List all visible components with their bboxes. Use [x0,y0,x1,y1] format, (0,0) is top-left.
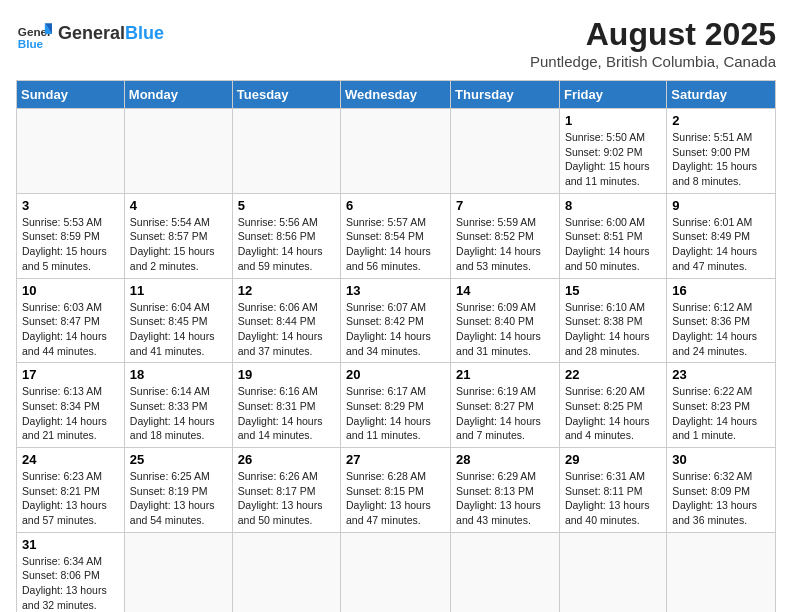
day-number: 22 [565,367,661,382]
day-number: 29 [565,452,661,467]
day-cell [232,109,340,194]
day-cell: 26Sunrise: 6:26 AM Sunset: 8:17 PM Dayli… [232,448,340,533]
day-number: 31 [22,537,119,552]
week-row-0: 1Sunrise: 5:50 AM Sunset: 9:02 PM Daylig… [17,109,776,194]
day-info: Sunrise: 5:53 AM Sunset: 8:59 PM Dayligh… [22,215,119,274]
day-info: Sunrise: 6:23 AM Sunset: 8:21 PM Dayligh… [22,469,119,528]
day-info: Sunrise: 6:00 AM Sunset: 8:51 PM Dayligh… [565,215,661,274]
day-number: 20 [346,367,445,382]
week-row-3: 17Sunrise: 6:13 AM Sunset: 8:34 PM Dayli… [17,363,776,448]
day-cell: 21Sunrise: 6:19 AM Sunset: 8:27 PM Dayli… [451,363,560,448]
day-info: Sunrise: 6:22 AM Sunset: 8:23 PM Dayligh… [672,384,770,443]
col-header-wednesday: Wednesday [341,81,451,109]
day-number: 25 [130,452,227,467]
calendar-body: 1Sunrise: 5:50 AM Sunset: 9:02 PM Daylig… [17,109,776,613]
day-cell: 30Sunrise: 6:32 AM Sunset: 8:09 PM Dayli… [667,448,776,533]
day-number: 6 [346,198,445,213]
day-cell: 13Sunrise: 6:07 AM Sunset: 8:42 PM Dayli… [341,278,451,363]
day-cell: 17Sunrise: 6:13 AM Sunset: 8:34 PM Dayli… [17,363,125,448]
day-cell: 28Sunrise: 6:29 AM Sunset: 8:13 PM Dayli… [451,448,560,533]
day-cell: 4Sunrise: 5:54 AM Sunset: 8:57 PM Daylig… [124,193,232,278]
week-row-1: 3Sunrise: 5:53 AM Sunset: 8:59 PM Daylig… [17,193,776,278]
logo-blue: Blue [125,23,164,43]
day-cell: 7Sunrise: 5:59 AM Sunset: 8:52 PM Daylig… [451,193,560,278]
day-cell: 1Sunrise: 5:50 AM Sunset: 9:02 PM Daylig… [559,109,666,194]
day-number: 23 [672,367,770,382]
day-number: 15 [565,283,661,298]
day-cell: 2Sunrise: 5:51 AM Sunset: 9:00 PM Daylig… [667,109,776,194]
day-cell: 16Sunrise: 6:12 AM Sunset: 8:36 PM Dayli… [667,278,776,363]
week-row-2: 10Sunrise: 6:03 AM Sunset: 8:47 PM Dayli… [17,278,776,363]
day-number: 16 [672,283,770,298]
day-info: Sunrise: 6:16 AM Sunset: 8:31 PM Dayligh… [238,384,335,443]
day-cell: 20Sunrise: 6:17 AM Sunset: 8:29 PM Dayli… [341,363,451,448]
day-cell: 15Sunrise: 6:10 AM Sunset: 8:38 PM Dayli… [559,278,666,363]
day-cell: 27Sunrise: 6:28 AM Sunset: 8:15 PM Dayli… [341,448,451,533]
day-info: Sunrise: 6:10 AM Sunset: 8:38 PM Dayligh… [565,300,661,359]
day-cell: 11Sunrise: 6:04 AM Sunset: 8:45 PM Dayli… [124,278,232,363]
logo: General Blue GeneralBlue [16,16,164,52]
day-number: 28 [456,452,554,467]
day-number: 14 [456,283,554,298]
day-cell [341,109,451,194]
day-cell [232,532,340,612]
day-cell: 6Sunrise: 5:57 AM Sunset: 8:54 PM Daylig… [341,193,451,278]
day-number: 24 [22,452,119,467]
day-cell: 23Sunrise: 6:22 AM Sunset: 8:23 PM Dayli… [667,363,776,448]
day-info: Sunrise: 5:56 AM Sunset: 8:56 PM Dayligh… [238,215,335,274]
day-info: Sunrise: 6:29 AM Sunset: 8:13 PM Dayligh… [456,469,554,528]
day-cell: 3Sunrise: 5:53 AM Sunset: 8:59 PM Daylig… [17,193,125,278]
day-info: Sunrise: 6:26 AM Sunset: 8:17 PM Dayligh… [238,469,335,528]
day-number: 11 [130,283,227,298]
day-number: 21 [456,367,554,382]
day-cell [124,532,232,612]
day-number: 7 [456,198,554,213]
day-cell: 12Sunrise: 6:06 AM Sunset: 8:44 PM Dayli… [232,278,340,363]
header-row: SundayMondayTuesdayWednesdayThursdayFrid… [17,81,776,109]
day-number: 12 [238,283,335,298]
day-info: Sunrise: 6:07 AM Sunset: 8:42 PM Dayligh… [346,300,445,359]
day-cell: 22Sunrise: 6:20 AM Sunset: 8:25 PM Dayli… [559,363,666,448]
day-number: 8 [565,198,661,213]
col-header-tuesday: Tuesday [232,81,340,109]
day-cell: 14Sunrise: 6:09 AM Sunset: 8:40 PM Dayli… [451,278,560,363]
day-cell: 10Sunrise: 6:03 AM Sunset: 8:47 PM Dayli… [17,278,125,363]
day-cell: 25Sunrise: 6:25 AM Sunset: 8:19 PM Dayli… [124,448,232,533]
day-info: Sunrise: 6:17 AM Sunset: 8:29 PM Dayligh… [346,384,445,443]
day-cell [559,532,666,612]
week-row-4: 24Sunrise: 6:23 AM Sunset: 8:21 PM Dayli… [17,448,776,533]
day-number: 18 [130,367,227,382]
day-number: 9 [672,198,770,213]
calendar-header: SundayMondayTuesdayWednesdayThursdayFrid… [17,81,776,109]
day-info: Sunrise: 6:06 AM Sunset: 8:44 PM Dayligh… [238,300,335,359]
day-number: 30 [672,452,770,467]
col-header-saturday: Saturday [667,81,776,109]
page-subtitle: Puntledge, British Columbia, Canada [530,53,776,70]
day-info: Sunrise: 5:59 AM Sunset: 8:52 PM Dayligh… [456,215,554,274]
day-number: 26 [238,452,335,467]
day-cell: 18Sunrise: 6:14 AM Sunset: 8:33 PM Dayli… [124,363,232,448]
page-title: August 2025 [530,16,776,53]
calendar-title-area: August 2025 Puntledge, British Columbia,… [530,16,776,70]
day-number: 2 [672,113,770,128]
day-info: Sunrise: 6:25 AM Sunset: 8:19 PM Dayligh… [130,469,227,528]
day-info: Sunrise: 6:13 AM Sunset: 8:34 PM Dayligh… [22,384,119,443]
col-header-friday: Friday [559,81,666,109]
day-cell: 24Sunrise: 6:23 AM Sunset: 8:21 PM Dayli… [17,448,125,533]
day-cell: 19Sunrise: 6:16 AM Sunset: 8:31 PM Dayli… [232,363,340,448]
day-info: Sunrise: 6:12 AM Sunset: 8:36 PM Dayligh… [672,300,770,359]
logo-general: General [58,23,125,43]
day-cell: 5Sunrise: 5:56 AM Sunset: 8:56 PM Daylig… [232,193,340,278]
day-info: Sunrise: 6:09 AM Sunset: 8:40 PM Dayligh… [456,300,554,359]
day-cell: 8Sunrise: 6:00 AM Sunset: 8:51 PM Daylig… [559,193,666,278]
day-number: 1 [565,113,661,128]
day-cell: 9Sunrise: 6:01 AM Sunset: 8:49 PM Daylig… [667,193,776,278]
col-header-monday: Monday [124,81,232,109]
day-info: Sunrise: 5:57 AM Sunset: 8:54 PM Dayligh… [346,215,445,274]
day-info: Sunrise: 6:14 AM Sunset: 8:33 PM Dayligh… [130,384,227,443]
day-number: 17 [22,367,119,382]
day-cell [341,532,451,612]
day-info: Sunrise: 6:31 AM Sunset: 8:11 PM Dayligh… [565,469,661,528]
day-info: Sunrise: 6:19 AM Sunset: 8:27 PM Dayligh… [456,384,554,443]
day-info: Sunrise: 6:20 AM Sunset: 8:25 PM Dayligh… [565,384,661,443]
